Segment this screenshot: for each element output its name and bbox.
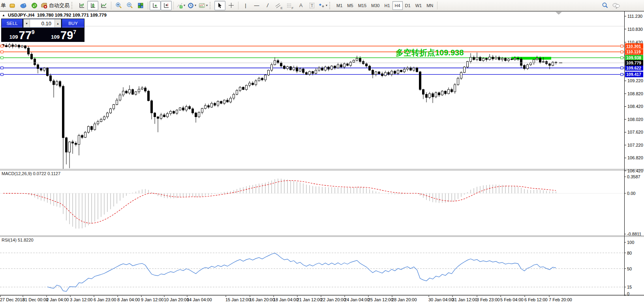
svg-text:108.820: 108.820 — [627, 91, 643, 96]
shapes-icon — [319, 2, 325, 8]
svg-text:0.00: 0.00 — [627, 191, 635, 196]
price-line-label: 110.301 — [625, 43, 643, 49]
chart-shift-button[interactable] — [161, 1, 172, 10]
tile-windows-icon — [137, 2, 144, 9]
mql5-community-icon[interactable] — [18, 1, 29, 10]
sell-button[interactable]: SELL — [2, 19, 23, 28]
chat-button[interactable] — [610, 1, 621, 10]
svg-text:24 Jan 04:00: 24 Jan 04:00 — [344, 297, 370, 302]
gold-book-icon — [9, 2, 15, 9]
timeframe-w1[interactable]: W1 — [413, 1, 424, 10]
svg-text:16 Jan 20:00: 16 Jan 20:00 — [250, 297, 275, 302]
buy-button[interactable]: BUY — [62, 19, 84, 28]
svg-text:5 Feb 04:00: 5 Feb 04:00 — [500, 297, 524, 302]
toolbar-separator — [111, 2, 111, 9]
vline-icon: | — [245, 2, 246, 8]
templates-button[interactable]: ▾ — [197, 1, 209, 10]
svg-text:109.220: 109.220 — [627, 78, 643, 83]
fibonacci-sub-label: F — [292, 6, 294, 10]
search-button[interactable] — [599, 1, 610, 10]
tile-windows-button[interactable] — [135, 1, 146, 10]
auto-trading-button[interactable]: 自动交易 — [40, 1, 71, 10]
label-tool[interactable]: T — [306, 1, 317, 10]
svg-text:9 Jan 12:00: 9 Jan 12:00 — [141, 297, 164, 302]
volume-decrease-button[interactable]: ▼ — [24, 19, 30, 27]
fibonacci-tool[interactable]: F — [284, 1, 295, 10]
svg-text:18 Jan 04:00: 18 Jan 04:00 — [273, 297, 299, 302]
svg-text:109.938: 109.938 — [626, 55, 641, 60]
svg-text:80: 80 — [627, 251, 632, 255]
svg-text:106.820: 106.820 — [627, 155, 643, 160]
cursor-tool-button[interactable] — [214, 1, 225, 10]
new-order-button[interactable]: 单 — [1, 2, 7, 9]
buy-price-big: 79 — [60, 30, 73, 41]
svg-text:2 Jan 04:00: 2 Jan 04:00 — [46, 297, 69, 302]
channel-tool[interactable]: E — [273, 1, 284, 10]
svg-text:107.620: 107.620 — [627, 130, 643, 134]
zoom-out-button[interactable] — [124, 1, 135, 10]
svg-text:27 Dec 2018: 27 Dec 2018 — [0, 297, 24, 302]
zoom-in-button[interactable] — [113, 1, 124, 10]
svg-text:109.622: 109.622 — [626, 66, 641, 70]
price-line-label: 110.119 — [625, 49, 643, 55]
timeframe-h4[interactable]: H4 — [392, 1, 403, 10]
auto-trading-label: 自动交易 — [49, 2, 69, 9]
line-chart-mode-button[interactable] — [98, 1, 109, 10]
indicators-button[interactable]: ▾ — [175, 1, 186, 10]
auto-trading-icon — [41, 2, 48, 9]
label-icon: T — [310, 3, 315, 8]
timeframe-m1[interactable]: M1 — [334, 1, 345, 10]
chevron-down-icon: ▾ — [206, 4, 208, 7]
svg-text:100: 100 — [627, 240, 634, 245]
sell-price-display[interactable]: 109779 — [2, 28, 43, 42]
timeframe-d1[interactable]: D1 — [403, 1, 413, 10]
volume-input[interactable]: 0.10 — [30, 19, 54, 27]
toolbar-grip[interactable] — [329, 2, 332, 9]
svg-text:108.420: 108.420 — [627, 104, 643, 109]
price-line-label: 109.938 — [625, 55, 643, 60]
trendline-tool[interactable]: / — [262, 1, 273, 10]
svg-text:3 Feb 23:00: 3 Feb 23:00 — [477, 297, 500, 302]
timeframe-m15[interactable]: M15 — [356, 1, 369, 10]
bar-chart-mode-button[interactable] — [76, 1, 87, 10]
svg-text:111.230: 111.230 — [627, 14, 642, 19]
horizontal-line-tool[interactable]: — — [251, 1, 262, 10]
volume-increase-button[interactable]: ▲ — [54, 19, 61, 27]
signals-icon[interactable] — [29, 1, 40, 10]
market-watch-icon[interactable] — [7, 1, 18, 10]
periods-button[interactable]: ▾ — [186, 1, 197, 10]
svg-text:25 Jan 12:00: 25 Jan 12:00 — [368, 297, 393, 302]
zoom-in-icon — [115, 2, 122, 9]
timeframe-mn[interactable]: MN — [424, 1, 436, 10]
timeframe-m30[interactable]: M30 — [369, 1, 382, 10]
toolbar-grip[interactable] — [210, 2, 213, 9]
channel-sub-label: E — [280, 6, 282, 10]
clock-icon — [188, 2, 194, 9]
zoom-out-icon — [126, 2, 133, 9]
candlestick-mode-button[interactable] — [87, 1, 98, 10]
svg-text:3 Jan 12:00: 3 Jan 12:00 — [70, 297, 93, 302]
broadcast-icon — [31, 2, 38, 9]
trendline-icon: / — [267, 2, 269, 8]
chart-title-bar: ▲ USDJPY-,H4 109.780 109.792 109.771 109… — [2, 13, 107, 17]
svg-text:50: 50 — [627, 266, 632, 271]
auto-scroll-button[interactable] — [150, 1, 161, 10]
timeframe-m5[interactable]: M5 — [345, 1, 355, 10]
vertical-line-tool[interactable]: | — [240, 1, 251, 10]
one-click-trading-panel: SELL ▼ 0.10 ▲ BUY 109779 109797 — [1, 19, 84, 42]
buy-price-base: 109 — [51, 34, 60, 40]
crosshair-tool-button[interactable] — [225, 1, 237, 10]
text-tool[interactable]: A — [295, 1, 306, 10]
one-click-toggle-icon[interactable]: ▲ — [2, 13, 5, 17]
chart-canvas[interactable]: 111.230110.830110.420110.020109.620109.2… — [0, 0, 644, 306]
candlestick-icon — [90, 2, 96, 9]
shapes-tool[interactable]: ▾ — [317, 1, 329, 10]
price-line-label: 109.779 — [625, 60, 643, 66]
svg-text:110.301: 110.301 — [626, 44, 641, 49]
buy-price-display[interactable]: 109797 — [43, 28, 84, 42]
auto-scroll-icon — [152, 2, 158, 9]
svg-text:6 Jan 23:00: 6 Jan 23:00 — [94, 297, 116, 302]
timeframe-h1[interactable]: H1 — [382, 1, 392, 10]
toolbar-grip[interactable] — [71, 2, 75, 9]
svg-text:107.220: 107.220 — [627, 143, 643, 147]
